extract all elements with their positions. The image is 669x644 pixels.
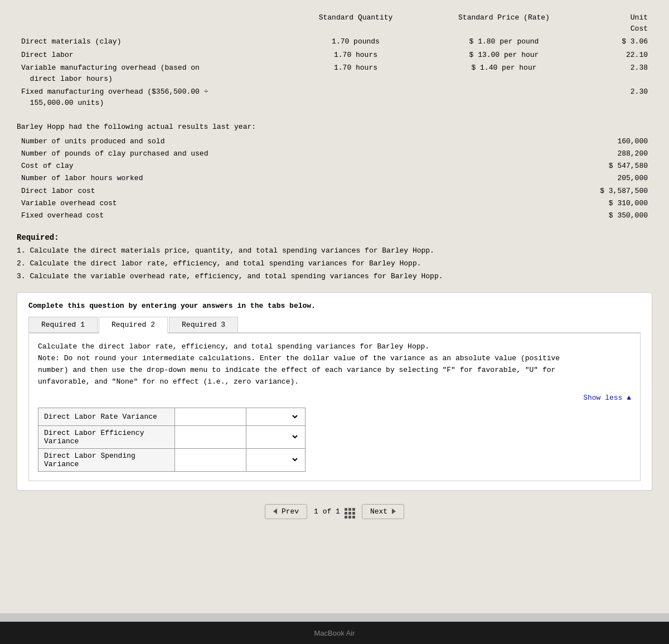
next-label: Next [370, 507, 387, 516]
variance-row-spending: Direct Labor Spending Variance F U None [38, 448, 306, 471]
std-price-header: Standard Price (Rate) [426, 11, 582, 35]
variance-input-spending[interactable] [181, 452, 240, 468]
variance-label-rate: Direct Labor Rate Variance [38, 408, 175, 425]
actual-value: 205,000 [433, 172, 652, 185]
tab-desc-line3: number) and then use the drop-down menu … [38, 366, 555, 374]
row-unit-cost: 22.10 [581, 49, 652, 62]
variance-label-efficiency: Direct Labor Efficiency Variance [38, 425, 175, 448]
tab-required-1[interactable]: Required 1 [28, 317, 98, 332]
row-std-price: $ 13.00 per hour [426, 49, 582, 62]
actual-table: Number of units produced and sold 160,00… [17, 135, 652, 222]
row-unit-cost: 2.38 [581, 61, 652, 85]
table-row: Direct materials (clay) 1.70 pounds $ 1.… [17, 35, 652, 49]
actual-label: Direct labor cost [17, 185, 433, 197]
required-section: Required: 1. Calculate the direct materi… [17, 233, 652, 282]
tab-desc-line2: Note: Do not round your intermediate cal… [38, 354, 560, 362]
row-label: Direct materials (clay) [17, 35, 285, 49]
row-std-price [426, 85, 582, 109]
required-item-1: 1. Calculate the direct materials price,… [17, 245, 652, 257]
tab-desc-line4: unfavorable, and "None" for no effect (i… [38, 377, 299, 386]
standards-table: Standard Quantity Standard Price (Rate) … [17, 11, 652, 109]
list-item: Number of labor hours worked 205,000 [17, 172, 652, 185]
actual-value: 160,000 [433, 135, 652, 148]
actual-results-heading: Barley Hopp had the following actual res… [17, 123, 652, 131]
actual-label: Cost of clay [17, 160, 433, 172]
variance-input-rate[interactable] [181, 411, 240, 423]
macbook-bar: MacBook Air [0, 622, 669, 644]
variance-dropdown-cell-rate[interactable]: F U None [246, 408, 305, 425]
std-qty-header: Standard Quantity [285, 11, 426, 35]
required-item-2: 2. Calculate the direct labor rate, effi… [17, 258, 652, 270]
variance-dropdown-rate[interactable]: F U None [252, 412, 299, 422]
next-button[interactable]: Next [362, 504, 404, 519]
answer-card: Complete this question by entering your … [17, 292, 652, 490]
row-label: Variable manufacturing overhead (based o… [17, 61, 285, 85]
variance-dropdown-spending[interactable]: F U None [252, 455, 299, 464]
actual-value: $ 547,580 [433, 160, 652, 172]
variance-label-spending: Direct Labor Spending Variance [38, 448, 175, 471]
list-item: Direct labor cost $ 3,587,500 [17, 185, 652, 197]
actual-label: Number of units produced and sold [17, 135, 433, 148]
actual-label: Number of labor hours worked [17, 172, 433, 185]
tab-description: Calculate the direct labor rate, efficie… [38, 341, 631, 388]
page-indicator: 1 of 1 [314, 505, 355, 519]
actual-label: Variable overhead cost [17, 197, 433, 210]
row-std-price: $ 1.80 per pound [426, 35, 582, 49]
list-item: Number of pounds of clay purchased and u… [17, 148, 652, 160]
table-row: Variable manufacturing overhead (based o… [17, 61, 652, 85]
row-unit-cost: $ 3.06 [581, 35, 652, 49]
prev-button[interactable]: Prev [265, 504, 307, 519]
actual-label: Number of pounds of clay purchased and u… [17, 148, 433, 160]
list-item: Fixed overhead cost $ 350,000 [17, 210, 652, 222]
row-unit-cost: 2.30 [581, 85, 652, 109]
tab-required-2[interactable]: Required 2 [99, 317, 168, 333]
pagination-row: Prev 1 of 1 Next [17, 504, 652, 519]
page-info: 1 of 1 [314, 507, 340, 516]
table-row: Direct labor 1.70 hours $ 13.00 per hour… [17, 49, 652, 62]
row-std-qty: 1.70 hours [285, 61, 426, 85]
macbook-label: MacBook Air [314, 629, 355, 637]
variance-dropdown-cell-spending[interactable]: F U None [246, 448, 305, 471]
tab-required-3[interactable]: Required 3 [169, 317, 238, 332]
actual-results-section: Barley Hopp had the following actual res… [17, 123, 652, 222]
actual-label: Fixed overhead cost [17, 210, 433, 222]
variance-table: Direct Labor Rate Variance F U None [38, 408, 306, 472]
actual-value: $ 350,000 [433, 210, 652, 222]
variance-row-rate: Direct Labor Rate Variance F U None [38, 408, 306, 425]
actual-value: 288,200 [433, 148, 652, 160]
row-label: Fixed manufacturing overhead ($356,500.0… [17, 85, 285, 109]
unit-cost-header: UnitCost [581, 11, 652, 35]
variance-dropdown-cell-efficiency[interactable]: F U None [246, 425, 305, 448]
list-item: Variable overhead cost $ 310,000 [17, 197, 652, 210]
row-std-qty [285, 85, 426, 109]
row-std-price: $ 1.40 per hour [426, 61, 582, 85]
variance-dropdown-efficiency[interactable]: F U None [252, 432, 299, 442]
variance-row-efficiency: Direct Labor Efficiency Variance F U Non… [38, 425, 306, 448]
actual-value: $ 310,000 [433, 197, 652, 210]
row-std-qty: 1.70 pounds [285, 35, 426, 49]
list-item: Number of units produced and sold 160,00… [17, 135, 652, 148]
tab-content-required2: Calculate the direct labor rate, efficie… [28, 333, 641, 481]
tabs-row: Required 1 Required 2 Required 3 [28, 317, 641, 333]
variance-input-cell-rate[interactable] [174, 408, 246, 425]
variance-input-efficiency[interactable] [181, 429, 240, 446]
prev-label: Prev [282, 507, 299, 516]
variance-input-cell-spending[interactable] [174, 448, 246, 471]
required-item-3: 3. Calculate the variable overhead rate,… [17, 271, 652, 283]
row-std-qty: 1.70 hours [285, 49, 426, 62]
list-item: Cost of clay $ 547,580 [17, 160, 652, 172]
actual-value: $ 3,587,500 [433, 185, 652, 197]
show-less-button[interactable]: Show less ▲ [38, 394, 631, 402]
card-instruction: Complete this question by entering your … [28, 302, 641, 310]
required-title: Required: [17, 233, 652, 242]
grid-icon [345, 505, 355, 519]
table-row: Fixed manufacturing overhead ($356,500.0… [17, 85, 652, 109]
tab-desc-line1: Calculate the direct labor rate, efficie… [38, 342, 429, 351]
row-label: Direct labor [17, 49, 285, 62]
variance-input-cell-efficiency[interactable] [174, 425, 246, 448]
